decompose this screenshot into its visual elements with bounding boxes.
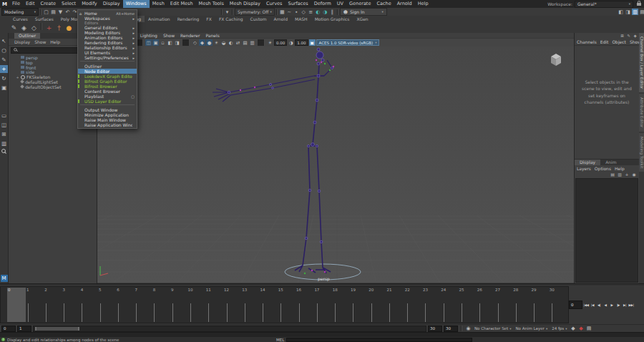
menu-item-bifrost-browser[interactable]: Bifrost Browser — [78, 84, 137, 89]
menu-display[interactable]: Display — [100, 0, 123, 8]
menu-item-settings-preferences[interactable]: Settings/Preferences ▸ — [78, 55, 137, 60]
isolate-select-icon[interactable]: ▥ — [249, 39, 255, 46]
bind-skin-icon[interactable]: ● — [64, 23, 74, 32]
shelf-tab-custom[interactable]: Custom — [247, 16, 270, 22]
layer-empty-icon[interactable]: ▥ — [617, 172, 623, 177]
toggle-tool-settings-icon[interactable]: ◨ — [625, 9, 631, 15]
motion-blur-icon[interactable]: ⇄ — [235, 39, 241, 46]
menu-item-node-editor[interactable]: Node Editor — [78, 69, 137, 74]
outliner-menu[interactable]: Show — [34, 39, 46, 44]
menu-item-modeling-editors[interactable]: Modeling Editors ▸ — [78, 30, 137, 35]
viewport-menu[interactable]: Panels — [205, 33, 219, 38]
shelf-tab-rendering[interactable]: Rendering — [174, 16, 203, 22]
safe-action-icon[interactable]: ◨ — [174, 39, 180, 46]
menu-deform[interactable]: Deform — [311, 0, 334, 8]
gate-mask-icon[interactable]: ▫ — [160, 39, 166, 46]
wireframe-icon[interactable]: ◇ — [192, 39, 198, 46]
menu-set-select[interactable]: Modeling▾ — [1, 8, 39, 16]
modeling-toolkit-badge[interactable]: M — [1, 275, 8, 282]
channel-box-menu[interactable]: Edit — [600, 39, 609, 44]
command-line-input[interactable] — [0, 332, 644, 337]
menu-edit-mesh[interactable]: Edit Mesh — [167, 0, 196, 8]
menu-mesh[interactable]: Mesh — [150, 0, 167, 8]
menu-item-workspaces[interactable]: Workspaces ▸ — [78, 16, 137, 21]
outliner-title[interactable]: Outliner — [14, 33, 40, 39]
menu-help[interactable]: Help — [415, 0, 431, 8]
save-scene-icon[interactable]: ▼ — [57, 9, 64, 15]
menu-item-lookdevx-graph-editor[interactable]: LookdevX Graph Editor — [78, 74, 137, 79]
animation-end-field[interactable]: 30 — [444, 326, 458, 332]
tab-anim-layers[interactable]: Anim — [600, 160, 621, 165]
menu-select[interactable]: Select — [59, 0, 79, 8]
menu-item[interactable] — [80, 61, 135, 63]
textured-icon[interactable]: ● — [206, 39, 213, 46]
range-slider[interactable] — [33, 326, 426, 332]
new-scene-icon[interactable]: ▢ — [43, 9, 49, 15]
graph-nodes-icon[interactable]: ◇ — [29, 23, 39, 32]
shadows-icon[interactable]: ◒ — [220, 39, 227, 46]
shelf-tab-xgen[interactable]: XGen — [353, 16, 371, 22]
menu-item-raise-application-windows[interactable]: Raise Application Windows — [78, 122, 137, 127]
playback-start-field[interactable]: 1 — [17, 326, 31, 332]
menu-cache[interactable]: Cache — [374, 0, 394, 8]
menu-item-ui-elements[interactable]: UI Elements ▸ — [78, 50, 137, 55]
playback-end-field[interactable]: 30 — [428, 326, 442, 332]
step-forward-key-button[interactable]: |▶ — [615, 301, 621, 308]
open-scene-icon[interactable]: ▤ — [50, 9, 57, 15]
shelf-tab-arnold[interactable]: Arnold — [270, 16, 291, 22]
connect-nodes-icon[interactable]: ◈ — [19, 23, 29, 32]
toggle-channel-box-icon[interactable]: ▥ — [632, 9, 638, 15]
layer-move-icon[interactable]: ▤ — [610, 172, 615, 177]
workspace-select[interactable]: General*▾ — [575, 1, 633, 8]
channel-box-menu[interactable]: Object — [612, 39, 626, 44]
side-tab-channel-box[interactable]: Channel Box / Layer Editor — [639, 33, 644, 92]
gamma-field[interactable]: 1.00 — [295, 39, 308, 46]
view-transform-select[interactable]: ACES 1.0 SDR-video (sRGB) ▾ — [316, 39, 380, 46]
menu-item-bifrost-graph-editor[interactable]: Bifrost Graph Editor — [78, 79, 137, 84]
menu-item-usd-layer-editor[interactable]: USD Layer Editor — [78, 99, 137, 104]
channel-settings-icon[interactable]: ◈ — [633, 34, 638, 38]
menu-modify[interactable]: Modify — [79, 0, 100, 8]
ipr-render-icon[interactable]: ◑ — [322, 9, 328, 15]
go-to-start-button[interactable]: |◀◀ — [583, 301, 589, 308]
playback-speed-select[interactable]: 24 fps▾ — [550, 326, 568, 331]
construction-history-icon[interactable]: ≡ — [308, 9, 314, 15]
paint-select-tool[interactable]: ✎ — [0, 56, 8, 64]
field-chart-icon[interactable]: ◧ — [167, 39, 173, 46]
shelf-tab-motion-graphics[interactable]: Motion Graphics — [311, 16, 353, 22]
menu-edit[interactable]: Edit — [23, 0, 38, 8]
mel-toggle[interactable]: MEL — [276, 338, 284, 342]
toggle-outliner-icon[interactable]: ▤ — [639, 9, 644, 15]
render-frame-icon[interactable]: ◐ — [315, 9, 321, 15]
side-tab-attribute-editor[interactable]: Attribute Editor — [639, 94, 644, 131]
channel-expression-icon[interactable]: ✎ — [626, 34, 631, 38]
menu-item-output-window[interactable]: Output Window — [78, 107, 137, 112]
menu-item-rendering-editors[interactable]: Rendering Editors ▸ — [78, 40, 137, 45]
layout-single-pane[interactable]: ▭ — [0, 112, 8, 119]
animation-preferences-icon[interactable]: ▤ — [585, 326, 592, 332]
side-tab-modeling-toolkit[interactable]: Modeling Toolkit — [639, 133, 644, 172]
timeline-ruler[interactable]: 0 1 2 3 4 5 6 7 8 — [0, 286, 569, 323]
snap-plane-icon[interactable]: ◇ — [301, 9, 307, 15]
snap-curve-icon[interactable]: ~ — [286, 9, 293, 15]
scale-tool[interactable]: ▣ — [0, 84, 8, 92]
viewport-canvas[interactable]: persp — [97, 47, 574, 283]
exposure-icon[interactable]: ☀ — [267, 39, 273, 46]
shelf-tab-animation[interactable]: Animation — [145, 16, 174, 22]
new-layer-icon[interactable]: + — [624, 172, 630, 177]
new-layer-selected-icon[interactable]: ◉ — [631, 172, 637, 177]
current-frame-field[interactable]: 0 — [569, 301, 582, 309]
shaded-icon[interactable]: ◆ — [199, 39, 205, 46]
character-set-select[interactable]: No Character Set▾ — [473, 326, 512, 331]
snap-grid-icon[interactable]: ▦ — [279, 9, 286, 15]
create-joints-icon[interactable]: + — [44, 23, 54, 32]
menu-item-content-browser[interactable]: Content Browser — [78, 89, 137, 94]
menu-item-playblast[interactable]: Playblast ▢ — [78, 94, 137, 99]
rotate-tool[interactable]: ↻ — [0, 74, 8, 82]
epcurve-tool-icon[interactable]: ✎ — [9, 23, 19, 32]
lasso-tool[interactable]: ○ — [0, 47, 8, 54]
undo-icon[interactable]: ↶ — [64, 9, 71, 15]
shelf-tab-curves[interactable]: Curves — [9, 16, 31, 22]
color-management-icon[interactable]: ▣ — [309, 39, 316, 46]
sign-in-button[interactable]: ☻ Sign In ▾ — [340, 8, 387, 16]
